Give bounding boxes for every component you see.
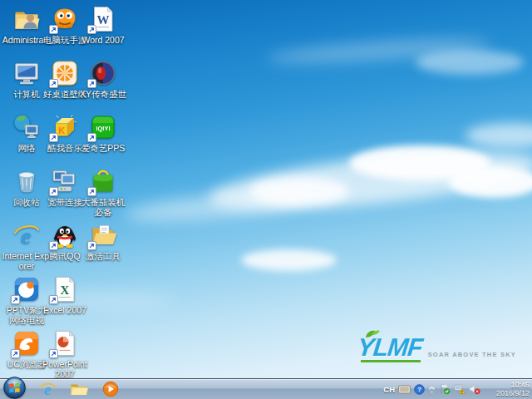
shortcut-arrow-icon bbox=[49, 241, 58, 250]
internet-explorer-icon: e bbox=[12, 221, 41, 249]
svg-text:e: e bbox=[44, 381, 52, 398]
desktop-icon-activation-tools[interactable]: 激活工具 bbox=[84, 221, 122, 261]
security-check-icon[interactable] bbox=[439, 383, 451, 395]
clock-date: 2016/9/12 bbox=[488, 389, 530, 397]
tray-icon-area: ? bbox=[398, 383, 480, 395]
shortcut-arrow-icon bbox=[87, 187, 96, 196]
shortcut-arrow-icon bbox=[49, 79, 58, 88]
network-warning-icon[interactable] bbox=[454, 383, 466, 395]
shortcut-arrow-icon bbox=[87, 133, 96, 142]
svg-text:W: W bbox=[97, 13, 110, 27]
cloud bbox=[241, 249, 337, 271]
cloud bbox=[449, 166, 532, 198]
taskbar: e CH ? 10:46 2016/9/12 bbox=[0, 378, 532, 399]
desktop-icon-powerpoint-2007[interactable]: PowerPoint 2007 bbox=[46, 329, 84, 379]
shortcut-arrow-icon bbox=[49, 133, 58, 142]
desktop-icon-label: 爱奇艺PPS bbox=[78, 143, 128, 153]
desktop[interactable]: YLMF SOAR ABOVE THE SKY Administra...电脑玩… bbox=[0, 0, 532, 399]
shortcut-arrow-icon bbox=[49, 25, 58, 34]
wallpaper-app-icon bbox=[51, 59, 79, 87]
taskbar-internet-explorer-icon[interactable]: e bbox=[38, 380, 57, 398]
svg-text:?: ? bbox=[417, 386, 421, 393]
desktop-icon-label: XY传奇盛世 bbox=[78, 89, 128, 99]
taskbar-pinned-items: e bbox=[38, 380, 120, 398]
volume-muted-icon[interactable] bbox=[469, 383, 480, 395]
svg-text:iQIYI: iQIYI bbox=[96, 125, 110, 132]
help-icon[interactable]: ? bbox=[414, 384, 425, 395]
kuwo-music-icon: K bbox=[51, 113, 79, 141]
desktop-icon-label: 激活工具 bbox=[78, 251, 128, 261]
show-hidden-icons-icon[interactable] bbox=[428, 384, 436, 395]
xy-legend-game-icon bbox=[89, 59, 117, 87]
language-indicator[interactable]: CH bbox=[383, 385, 395, 394]
desktop-icon-label: Word 2007 bbox=[78, 35, 128, 45]
desktop-icon-xy-legend-game[interactable]: XY传奇盛世 bbox=[84, 59, 122, 99]
taskbar-windows-media-player-icon[interactable] bbox=[101, 380, 120, 398]
system-tray: CH ? 10:46 2016/9/12 bbox=[383, 379, 530, 399]
activation-tools-icon bbox=[89, 221, 117, 249]
pc-game-pet-icon bbox=[51, 5, 79, 33]
powerpoint-2007-icon bbox=[51, 329, 79, 357]
pptv-icon bbox=[12, 275, 41, 303]
windows-start-orb-icon bbox=[3, 377, 26, 399]
excel-2007-icon: X bbox=[51, 275, 79, 303]
shortcut-arrow-icon bbox=[49, 187, 58, 196]
broadband-icon bbox=[51, 167, 79, 195]
recycle-bin-icon bbox=[12, 167, 41, 195]
cloud bbox=[466, 123, 532, 148]
shortcut-arrow-icon bbox=[49, 349, 58, 358]
user-folder-icon bbox=[12, 5, 41, 33]
start-button[interactable] bbox=[3, 377, 26, 399]
shortcut-arrow-icon bbox=[11, 295, 20, 304]
desktop-icon-label: Excel 2007 bbox=[40, 305, 90, 315]
cloud bbox=[416, 50, 524, 75]
clock[interactable]: 10:46 2016/9/12 bbox=[488, 381, 530, 397]
desktop-icon-word-2007[interactable]: WWord 2007 bbox=[84, 5, 122, 45]
taskbar-windows-explorer-icon[interactable] bbox=[70, 380, 88, 398]
computer-icon bbox=[12, 59, 41, 87]
shortcut-arrow-icon bbox=[87, 25, 96, 34]
tomato-suite-icon bbox=[89, 167, 117, 195]
shortcut-arrow-icon bbox=[49, 295, 58, 304]
svg-text:K: K bbox=[58, 126, 65, 135]
ylmf-logo: YLMF SOAR ABOVE THE SKY bbox=[357, 336, 516, 362]
desktop-icon-pptv[interactable]: PPTV聚力 网络电视 bbox=[7, 275, 46, 325]
clock-time: 10:46 bbox=[488, 381, 530, 389]
shortcut-arrow-icon bbox=[11, 349, 20, 358]
uc-browser-icon bbox=[12, 329, 41, 357]
shortcut-arrow-icon bbox=[87, 241, 96, 250]
brand-tagline: SOAR ABOVE THE SKY bbox=[428, 351, 516, 362]
svg-text:X: X bbox=[61, 283, 70, 297]
desktop-icon-label: PowerPoint 2007 bbox=[40, 359, 90, 379]
tencent-qq-icon bbox=[51, 221, 79, 249]
brand-text: YLMF bbox=[357, 336, 424, 359]
word-2007-icon: W bbox=[89, 5, 117, 33]
desktop-icon-iqiyi-pps[interactable]: iQIYI爱奇艺PPS bbox=[84, 113, 122, 153]
language-bar-options-icon[interactable] bbox=[398, 385, 411, 394]
iqiyi-pps-icon: iQIYI bbox=[89, 113, 117, 141]
desktop-icon-tomato-suite[interactable]: 大番茄装机必备 bbox=[84, 167, 122, 217]
desktop-icon-excel-2007[interactable]: XExcel 2007 bbox=[46, 275, 84, 315]
desktop-icon-internet-explorer[interactable]: eInternet Explorer bbox=[7, 221, 46, 271]
shortcut-arrow-icon bbox=[87, 79, 96, 88]
network-icon bbox=[12, 113, 41, 141]
desktop-icon-label: 大番茄装机必备 bbox=[78, 197, 128, 217]
